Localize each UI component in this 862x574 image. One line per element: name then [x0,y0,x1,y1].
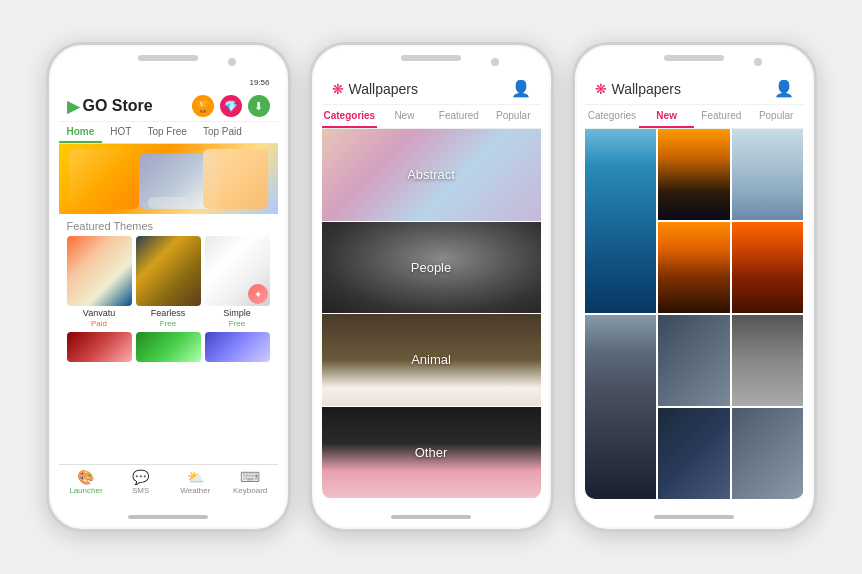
nav-tab-top-free[interactable]: Top Free [139,122,194,143]
go-icon: ▶ [67,97,79,116]
wp-title-2: ❋ Wallpapers [595,81,682,97]
category-other[interactable]: Other [322,407,541,500]
category-other-label: Other [322,407,541,499]
nav-tab-home[interactable]: Home [59,122,103,143]
theme-name-2: Fearless [151,308,186,318]
extra-theme-3 [205,332,270,362]
banner-content [59,144,278,214]
bottom-nav-launcher-label: Launcher [69,486,102,495]
go-store-screen: 19:56 ▶ GO Store 🏆 💎 ⬇ Home HOT Top Free [59,73,278,499]
wp-cell-arch[interactable] [732,129,804,220]
theme-grid: Vanvatu Paid Fearless Free ✦ Simple Free [59,236,278,328]
theme-name-3: Simple [223,308,251,318]
phone-bottom-bar-3 [654,515,734,519]
phones-container: 19:56 ▶ GO Store 🏆 💎 ⬇ Home HOT Top Free [26,22,837,552]
go-store-title-container: ▶ GO Store [67,97,153,116]
go-store-nav: Home HOT Top Free Top Paid [59,122,278,144]
theme-item-vanvatu[interactable]: Vanvatu Paid [67,236,132,328]
phone-go-store: 19:56 ▶ GO Store 🏆 💎 ⬇ Home HOT Top Free [46,42,291,532]
wp-tab-popular-2[interactable]: Popular [749,105,804,128]
status-time: 19:56 [249,78,269,87]
wp-user-icon-1[interactable]: 👤 [511,79,531,98]
phone-wallpapers-categories: ❋ Wallpapers 👤 Categories New Featured P… [309,42,554,532]
wp-cell-windmill[interactable] [658,222,730,313]
bottom-nav-keyboard[interactable]: ⌨ Keyboard [223,465,278,499]
wp-title-1: ❋ Wallpapers [332,81,419,97]
category-abstract[interactable]: Abstract [322,129,541,222]
category-animal-label: Animal [322,314,541,406]
launcher-icon: 🎨 [77,469,94,485]
wp-title-text-2: Wallpapers [612,81,682,97]
bottom-nav-launcher[interactable]: 🎨 Launcher [59,465,114,499]
wp-title-text-1: Wallpapers [349,81,419,97]
theme-thumb-3: ✦ [205,236,270,306]
keyboard-icon: ⌨ [240,469,260,485]
nav-tab-top-paid[interactable]: Top Paid [195,122,250,143]
wp-tab-featured-1[interactable]: Featured [432,105,486,128]
phone-wallpapers-new: ❋ Wallpapers 👤 Categories New Featured P… [572,42,817,532]
wp-cell-misc1[interactable] [658,315,730,406]
wp-cell-misc4[interactable] [732,408,804,499]
header-icons: 🏆 💎 ⬇ [192,95,270,117]
store-icon-3: ⬇ [248,95,270,117]
bottom-nav-weather-label: Weather [180,486,210,495]
banner [59,144,278,214]
wp-header-1: ❋ Wallpapers 👤 [322,73,541,105]
category-people-label: People [322,222,541,314]
wp-cell-misc3[interactable] [658,408,730,499]
store-icon-2: 💎 [220,95,242,117]
extra-theme-2 [136,332,201,362]
category-animal[interactable]: Animal [322,314,541,407]
bottom-nav-keyboard-label: Keyboard [233,486,267,495]
weather-icon: ⛅ [187,469,204,485]
wp-tab-featured-2[interactable]: Featured [694,105,749,128]
extra-theme-1 [67,332,132,362]
phone-bottom-bar-2 [391,515,471,519]
bottom-nav: 🎨 Launcher 💬 SMS ⛅ Weather ⌨ Keyboard [59,464,278,499]
wallpapers-categories-screen: ❋ Wallpapers 👤 Categories New Featured P… [322,73,541,499]
status-bar: 19:56 [59,73,278,91]
wp-header-2: ❋ Wallpapers 👤 [585,73,804,105]
theme-price-3: Free [229,319,245,328]
wp-tab-categories-2[interactable]: Categories [585,105,640,128]
wp-user-icon-2[interactable]: 👤 [774,79,794,98]
featured-themes-title: Featured Themes [59,214,278,236]
bottom-nav-weather[interactable]: ⛅ Weather [168,465,223,499]
wp-cell-shrine[interactable] [732,222,804,313]
extra-themes [59,328,278,366]
wp-tabs-1: Categories New Featured Popular [322,105,541,129]
wp-tabs-2: Categories New Featured Popular [585,105,804,129]
wp-cell-desert[interactable] [585,315,657,499]
phone-bottom-bar-1 [128,515,208,519]
bottom-nav-sms[interactable]: 💬 SMS [113,465,168,499]
wp-cell-ocean[interactable] [585,129,657,313]
go-store-title: GO Store [83,97,153,115]
wallpaper-grid [585,129,804,499]
wp-tab-new-2[interactable]: New [639,105,694,128]
wp-cell-city[interactable] [658,129,730,220]
theme-item-simple[interactable]: ✦ Simple Free [205,236,270,328]
category-abstract-label: Abstract [322,129,541,221]
categories-list: Abstract People Animal Other [322,129,541,499]
bottom-nav-sms-label: SMS [132,486,149,495]
go-store-header: ▶ GO Store 🏆 💎 ⬇ [59,91,278,122]
flower-icon-1: ❋ [332,81,344,97]
flower-icon-2: ❋ [595,81,607,97]
store-icon-1: 🏆 [192,95,214,117]
theme-name-1: Vanvatu [83,308,115,318]
wp-tab-popular-1[interactable]: Popular [486,105,540,128]
theme-price-2: Free [160,319,176,328]
nav-tab-hot[interactable]: HOT [102,122,139,143]
wp-tab-categories-1[interactable]: Categories [322,105,378,128]
theme-price-1: Paid [91,319,107,328]
wp-cell-misc2[interactable] [732,315,804,406]
theme-item-fearless[interactable]: Fearless Free [136,236,201,328]
wp-tab-new-1[interactable]: New [377,105,431,128]
theme-thumb-1 [67,236,132,306]
wallpapers-new-screen: ❋ Wallpapers 👤 Categories New Featured P… [585,73,804,499]
sms-icon: 💬 [132,469,149,485]
theme-thumb-2 [136,236,201,306]
category-people[interactable]: People [322,222,541,315]
